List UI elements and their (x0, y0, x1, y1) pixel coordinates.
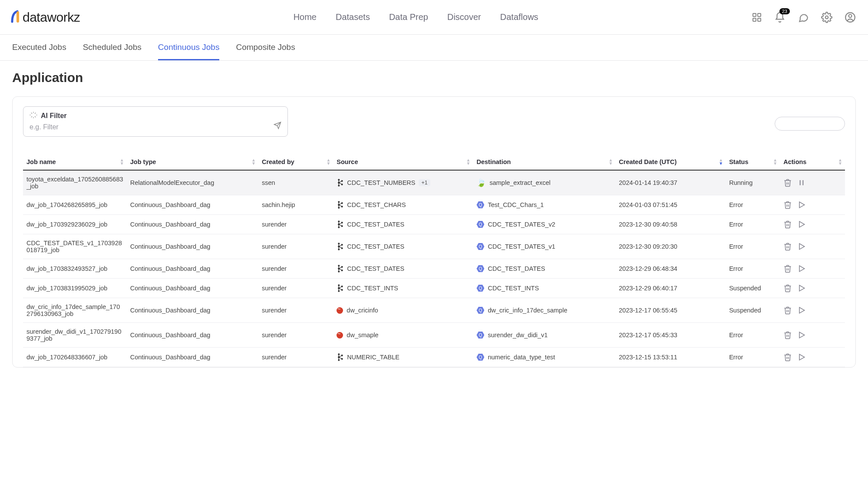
table-row[interactable]: dw_job_1702648336607_jobContinuous_Dashb… (23, 348, 845, 367)
row-actions (783, 284, 842, 293)
row-actions (783, 331, 842, 339)
job-name: dw_job_1703832493527_job (26, 265, 123, 272)
play-icon[interactable] (797, 200, 806, 209)
row-actions (783, 306, 842, 315)
play-icon[interactable] (797, 353, 806, 362)
job-type: Continuous_Dashboard_dag (130, 265, 255, 272)
svg-marker-26 (799, 202, 805, 207)
destination-text: Test_CDC_Chars_1 (488, 201, 544, 208)
nav-dataprep[interactable]: Data Prep (389, 12, 428, 22)
tab-composite[interactable]: Composite Jobs (236, 35, 295, 60)
table-row[interactable]: dw_cric_info_17dec_sample_1702796130963_… (23, 298, 845, 323)
created-by: ssen (262, 179, 330, 186)
table-row[interactable]: dw_job_1703929236029_jobContinuous_Dashb… (23, 215, 845, 234)
trash-icon[interactable] (783, 220, 792, 229)
table-row[interactable]: toyota_exceldata_1705260885683_jobRelati… (23, 170, 845, 195)
row-actions (783, 178, 842, 187)
source-text: CDC_TEST_DATES (347, 221, 404, 228)
col-status[interactable]: Status▲▼ (726, 154, 780, 170)
nav-dataflows[interactable]: Dataflows (500, 12, 538, 22)
col-job-type[interactable]: Job type▲▼ (127, 154, 258, 170)
destination-text: dw_cric_info_17dec_sample (488, 307, 567, 314)
created-date: 2024-01-14 19:40:37 (619, 179, 677, 186)
kafka-icon (337, 242, 343, 251)
table-row[interactable]: dw_job_1703831995029_jobContinuous_Dashb… (23, 279, 845, 298)
trash-icon[interactable] (783, 242, 792, 251)
col-source[interactable]: Source▲▼ (333, 154, 473, 170)
apps-icon[interactable] (752, 12, 762, 23)
source-text: NUMERIC_TABLE (347, 354, 399, 361)
topbar: dataworkz Home Datasets Data Prep Discov… (0, 0, 868, 35)
tab-scheduled[interactable]: Scheduled Jobs (83, 35, 142, 60)
play-icon[interactable] (797, 242, 806, 251)
hex-icon: Q (476, 220, 484, 228)
svg-rect-3 (753, 18, 756, 21)
play-icon[interactable] (797, 284, 806, 293)
nav-home[interactable]: Home (294, 12, 317, 22)
gear-icon[interactable] (821, 12, 832, 23)
col-created-date[interactable]: Created Date (UTC)▲▼ (615, 154, 726, 170)
kafka-icon (337, 353, 343, 362)
pause-icon[interactable] (797, 178, 806, 187)
col-created-by[interactable]: Created by▲▼ (258, 154, 333, 170)
svg-marker-44 (799, 243, 805, 249)
nav-datasets[interactable]: Datasets (336, 12, 370, 22)
trash-icon[interactable] (783, 331, 792, 339)
play-icon[interactable] (797, 220, 806, 229)
trash-icon[interactable] (783, 353, 792, 362)
svg-line-60 (339, 286, 342, 288)
ai-filter-input[interactable] (30, 123, 281, 131)
kafka-icon (337, 284, 343, 293)
play-icon[interactable] (797, 264, 806, 273)
created-date: 2024-01-03 07:51:45 (619, 201, 677, 208)
table-row[interactable]: CDC_TEST_DATES_v1_1703928018719_jobConti… (23, 234, 845, 259)
chat-icon[interactable] (798, 12, 809, 23)
source-text: dw_smaple (347, 332, 378, 339)
destination-text: CDC_TEST_DATES (488, 265, 545, 272)
created-by: surender (262, 221, 330, 228)
hex-icon: Q (476, 284, 484, 292)
table-row[interactable]: surender_dw_didi_v1_1702791909377_jobCon… (23, 323, 845, 348)
brand-logo[interactable]: dataworkz (8, 7, 80, 28)
source-extra-chip[interactable]: +1 (419, 179, 430, 186)
trash-icon[interactable] (783, 264, 792, 273)
svg-line-52 (339, 269, 342, 270)
brand-text: dataworkz (23, 10, 80, 25)
table-row[interactable]: dw_job_1704268265895_jobContinuous_Dashb… (23, 195, 845, 215)
trash-icon[interactable] (783, 284, 792, 293)
created-date: 2023-12-29 06:40:17 (619, 285, 677, 292)
hex-icon: Q (476, 353, 484, 361)
nav-discover[interactable]: Discover (447, 12, 481, 22)
notifications-icon[interactable]: 23 (774, 12, 785, 23)
col-job-name[interactable]: Job name▲▼ (23, 154, 127, 170)
source-text: CDC_TEST_NUMBERS (347, 179, 415, 186)
svg-line-71 (339, 355, 342, 357)
table-row[interactable]: dw_job_1703832493527_jobContinuous_Dashb… (23, 259, 845, 279)
send-icon[interactable] (274, 122, 281, 131)
tab-executed[interactable]: Executed Jobs (12, 35, 66, 60)
tab-continuous[interactable]: Continuous Jobs (158, 35, 220, 60)
hex-icon: Q (476, 201, 484, 209)
svg-line-42 (339, 245, 342, 246)
status-text: Error (729, 354, 743, 361)
trash-icon[interactable] (783, 178, 792, 187)
ai-filter-box: AI Filter (23, 106, 288, 137)
created-by: sachin.hejip (262, 201, 330, 208)
page-title: Application (12, 70, 856, 85)
play-icon[interactable] (797, 331, 806, 339)
created-date: 2023-12-30 09:20:30 (619, 243, 677, 250)
row-actions (783, 353, 842, 362)
status-text: Error (729, 201, 743, 208)
job-name: dw_job_1703929236029_job (26, 221, 123, 228)
job-type: Continuous_Dashboard_dag (130, 332, 255, 339)
kafka-icon (337, 220, 343, 229)
status-text: Error (729, 332, 743, 339)
source-red-icon (337, 332, 343, 339)
trash-icon[interactable] (783, 306, 792, 315)
created-date: 2023-12-15 13:53:11 (619, 354, 677, 361)
search-input[interactable] (775, 117, 845, 131)
trash-icon[interactable] (783, 200, 792, 209)
col-destination[interactable]: Destination▲▼ (473, 154, 615, 170)
play-icon[interactable] (797, 306, 806, 315)
user-icon[interactable] (845, 12, 856, 23)
